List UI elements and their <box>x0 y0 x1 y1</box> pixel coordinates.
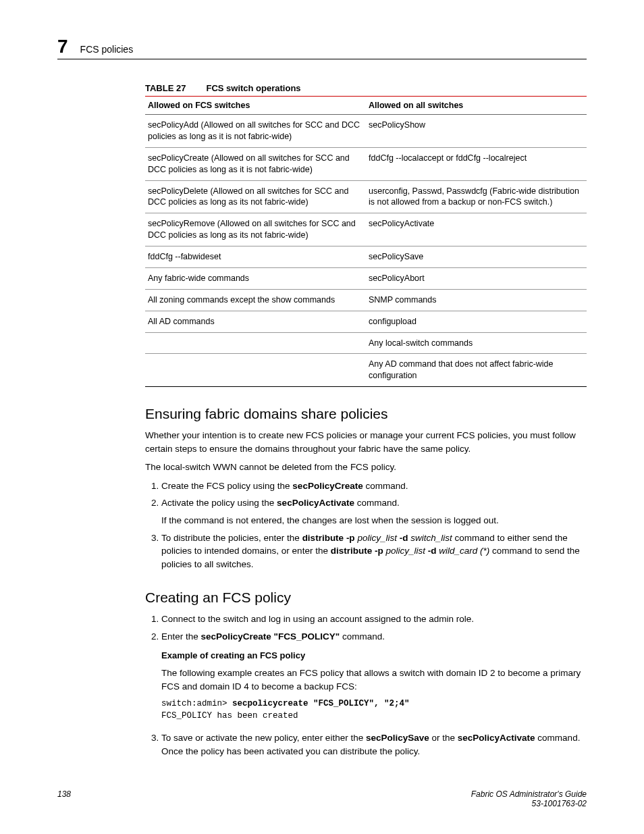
paragraph: If the command is not entered, the chang… <box>161 514 587 527</box>
header-title: FCS policies <box>80 44 134 55</box>
table-row: secPolicyRemove (Allowed on all switches… <box>145 213 587 246</box>
table-row: fddCfg --fabwidesetsecPolicySave <box>145 246 587 268</box>
table-row: All zoning commands except the show comm… <box>145 289 587 311</box>
page-footer: 138 Fabric OS Administrator's Guide 53-1… <box>57 789 587 808</box>
paragraph: The local-switch WWN cannot be deleted f… <box>145 461 587 474</box>
table-row: Any fabric-wide commandssecPolicyAbort <box>145 267 587 289</box>
table-label: TABLE 27 <box>145 83 186 93</box>
section-heading-ensuring: Ensuring fabric domains share policies <box>145 406 587 422</box>
code-block: switch:admin> secpolicycreate "FCS_POLIC… <box>161 698 587 722</box>
table-row: secPolicyCreate (Allowed on all switches… <box>145 147 587 180</box>
table-row: secPolicyDelete (Allowed on all switches… <box>145 180 587 213</box>
table-col-all: Allowed on all switches <box>366 97 587 115</box>
ordered-list: Create the FCS policy using the secPolic… <box>145 479 587 571</box>
list-item: To distribute the policies, enter the di… <box>161 531 587 571</box>
table-row: Any local-switch commands <box>145 332 587 354</box>
list-item: Connect to the switch and log in using a… <box>161 613 587 626</box>
section-heading-creating: Creating an FCS policy <box>145 590 587 606</box>
fcs-operations-table: Allowed on FCS switches Allowed on all s… <box>145 96 587 387</box>
table-title: FCS switch operations <box>206 83 300 93</box>
table-caption: TABLE 27FCS switch operations <box>145 83 587 93</box>
page-content: TABLE 27FCS switch operations Allowed on… <box>145 83 587 758</box>
page-header: 7 FCS policies <box>57 37 587 59</box>
list-item: Activate the policy using the secPolicyA… <box>161 496 587 527</box>
list-item: To save or activate the new policy, ente… <box>161 731 587 758</box>
list-item: Create the FCS policy using the secPolic… <box>161 479 587 493</box>
footer-guide: Fabric OS Administrator's Guide <box>471 789 587 799</box>
table-row: Any AD command that does not affect fabr… <box>145 354 587 387</box>
chapter-number: 7 <box>57 37 68 56</box>
list-item: Enter the secPolicyCreate "FCS_POLICY" c… <box>161 630 587 723</box>
paragraph: Whether your intention is to create new … <box>145 429 587 455</box>
table-row: secPolicyAdd (Allowed on all switches fo… <box>145 115 587 148</box>
footer-docnum: 53-1001763-02 <box>471 799 587 808</box>
example-title: Example of creating an FCS policy <box>161 650 587 662</box>
paragraph: The following example creates an FCS pol… <box>161 667 587 693</box>
table-row: All AD commandsconfigupload <box>145 311 587 332</box>
ordered-list: Connect to the switch and log in using a… <box>145 613 587 758</box>
table-col-fcs: Allowed on FCS switches <box>145 97 366 115</box>
page-number: 138 <box>57 789 71 808</box>
